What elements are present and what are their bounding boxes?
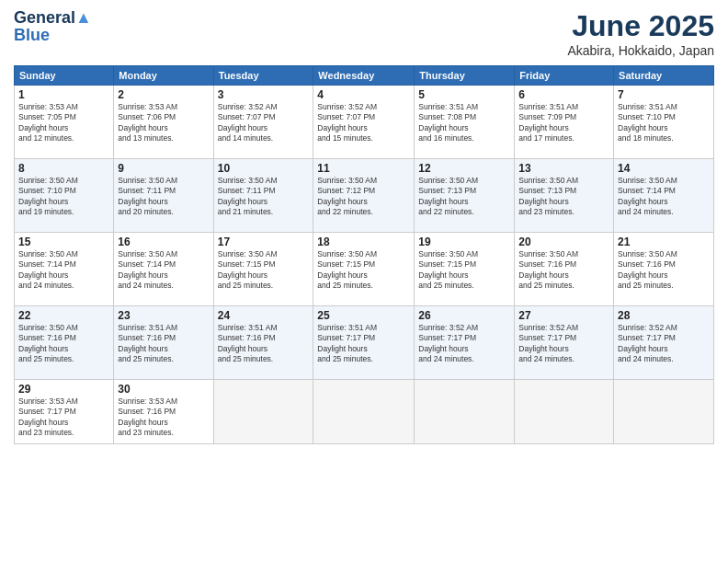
day-number: 10: [218, 162, 310, 175]
logo-blue: Blue: [14, 26, 92, 45]
day-number: 30: [118, 383, 209, 396]
day-cell-8: 8 Sunrise: 3:50 AM Sunset: 7:10 PM Dayli…: [15, 159, 114, 233]
day-info: Sunrise: 3:53 AM Sunset: 7:16 PM Dayligh…: [118, 396, 209, 439]
col-wednesday: Wednesday: [313, 66, 415, 86]
day-info: Sunrise: 3:50 AM Sunset: 7:15 PM Dayligh…: [218, 249, 310, 292]
day-cell-16: 16 Sunrise: 3:50 AM Sunset: 7:14 PM Dayl…: [114, 233, 213, 306]
day-number: 12: [418, 162, 510, 175]
day-info: Sunrise: 3:53 AM Sunset: 7:06 PM Dayligh…: [118, 102, 209, 144]
day-cell-3: 3 Sunrise: 3:52 AM Sunset: 7:07 PM Dayli…: [213, 86, 313, 159]
empty-day-cell: [415, 380, 515, 444]
day-cell-5: 5 Sunrise: 3:51 AM Sunset: 7:08 PM Dayli…: [415, 86, 515, 159]
day-cell-21: 21 Sunrise: 3:50 AM Sunset: 7:16 PM Dayl…: [614, 233, 714, 306]
col-sunday: Sunday: [15, 66, 114, 86]
page: General▲ Blue June 2025 Akabira, Hokkaid…: [0, 0, 728, 563]
day-number: 24: [218, 309, 310, 322]
day-info: Sunrise: 3:52 AM Sunset: 7:17 PM Dayligh…: [518, 323, 609, 365]
title-block: June 2025 Akabira, Hokkaido, Japan: [567, 9, 714, 58]
day-number: 22: [18, 309, 109, 322]
day-number: 13: [518, 162, 609, 175]
day-info: Sunrise: 3:50 AM Sunset: 7:12 PM Dayligh…: [317, 176, 410, 218]
day-number: 21: [618, 236, 710, 248]
calendar-week-row: 8 Sunrise: 3:50 AM Sunset: 7:10 PM Dayli…: [15, 159, 714, 233]
day-info: Sunrise: 3:52 AM Sunset: 7:07 PM Dayligh…: [317, 102, 410, 144]
day-cell-26: 26 Sunrise: 3:52 AM Sunset: 7:17 PM Dayl…: [415, 306, 515, 380]
day-number: 4: [317, 88, 410, 101]
day-cell-28: 28 Sunrise: 3:52 AM Sunset: 7:17 PM Dayl…: [614, 306, 714, 380]
day-info: Sunrise: 3:50 AM Sunset: 7:14 PM Dayligh…: [18, 249, 109, 292]
col-tuesday: Tuesday: [213, 66, 313, 86]
day-cell-4: 4 Sunrise: 3:52 AM Sunset: 7:07 PM Dayli…: [313, 86, 415, 159]
calendar-week-row: 1 Sunrise: 3:53 AM Sunset: 7:05 PM Dayli…: [15, 86, 714, 159]
day-info: Sunrise: 3:50 AM Sunset: 7:16 PM Dayligh…: [618, 249, 710, 292]
day-info: Sunrise: 3:50 AM Sunset: 7:11 PM Dayligh…: [218, 176, 310, 218]
day-cell-12: 12 Sunrise: 3:50 AM Sunset: 7:13 PM Dayl…: [415, 159, 515, 233]
day-number: 9: [118, 162, 209, 175]
day-cell-29: 29 Sunrise: 3:53 AM Sunset: 7:17 PM Dayl…: [15, 380, 114, 444]
day-cell-15: 15 Sunrise: 3:50 AM Sunset: 7:14 PM Dayl…: [15, 233, 114, 306]
location: Akabira, Hokkaido, Japan: [567, 43, 714, 58]
day-cell-1: 1 Sunrise: 3:53 AM Sunset: 7:05 PM Dayli…: [15, 86, 114, 159]
day-cell-23: 23 Sunrise: 3:51 AM Sunset: 7:16 PM Dayl…: [114, 306, 213, 380]
day-cell-2: 2 Sunrise: 3:53 AM Sunset: 7:06 PM Dayli…: [114, 86, 213, 159]
day-info: Sunrise: 3:50 AM Sunset: 7:13 PM Dayligh…: [418, 176, 510, 218]
day-info: Sunrise: 3:50 AM Sunset: 7:14 PM Dayligh…: [118, 249, 209, 292]
calendar-week-row: 29 Sunrise: 3:53 AM Sunset: 7:17 PM Dayl…: [15, 380, 714, 444]
day-info: Sunrise: 3:50 AM Sunset: 7:11 PM Dayligh…: [118, 176, 209, 218]
day-info: Sunrise: 3:53 AM Sunset: 7:05 PM Dayligh…: [18, 102, 109, 144]
day-info: Sunrise: 3:52 AM Sunset: 7:07 PM Dayligh…: [218, 102, 310, 144]
day-cell-22: 22 Sunrise: 3:50 AM Sunset: 7:16 PM Dayl…: [15, 306, 114, 380]
day-cell-13: 13 Sunrise: 3:50 AM Sunset: 7:13 PM Dayl…: [515, 159, 614, 233]
empty-day-cell: [213, 380, 313, 444]
day-number: 25: [317, 309, 410, 322]
day-number: 18: [317, 236, 410, 248]
day-cell-9: 9 Sunrise: 3:50 AM Sunset: 7:11 PM Dayli…: [114, 159, 213, 233]
logo: General▲ Blue: [14, 9, 92, 45]
col-friday: Friday: [515, 66, 614, 86]
day-cell-18: 18 Sunrise: 3:50 AM Sunset: 7:15 PM Dayl…: [313, 233, 415, 306]
day-number: 17: [218, 236, 310, 248]
empty-day-cell: [614, 380, 714, 444]
day-info: Sunrise: 3:51 AM Sunset: 7:10 PM Dayligh…: [618, 102, 710, 144]
col-saturday: Saturday: [614, 66, 714, 86]
day-number: 23: [118, 309, 209, 322]
day-info: Sunrise: 3:52 AM Sunset: 7:17 PM Dayligh…: [618, 323, 710, 365]
day-cell-25: 25 Sunrise: 3:51 AM Sunset: 7:17 PM Dayl…: [313, 306, 415, 380]
day-cell-11: 11 Sunrise: 3:50 AM Sunset: 7:12 PM Dayl…: [313, 159, 415, 233]
day-info: Sunrise: 3:50 AM Sunset: 7:15 PM Dayligh…: [317, 249, 410, 292]
day-number: 2: [118, 88, 209, 101]
day-info: Sunrise: 3:50 AM Sunset: 7:15 PM Dayligh…: [418, 249, 510, 292]
day-number: 29: [18, 383, 109, 396]
day-info: Sunrise: 3:52 AM Sunset: 7:17 PM Dayligh…: [418, 323, 510, 365]
day-number: 27: [518, 309, 609, 322]
day-number: 26: [418, 309, 510, 322]
logo-text: General▲: [14, 9, 92, 28]
day-number: 1: [18, 88, 109, 101]
day-info: Sunrise: 3:51 AM Sunset: 7:09 PM Dayligh…: [518, 102, 609, 144]
empty-day-cell: [515, 380, 614, 444]
day-info: Sunrise: 3:50 AM Sunset: 7:10 PM Dayligh…: [18, 176, 109, 218]
day-number: 7: [618, 88, 710, 101]
header: General▲ Blue June 2025 Akabira, Hokkaid…: [14, 9, 714, 58]
day-number: 20: [518, 236, 609, 248]
day-cell-24: 24 Sunrise: 3:51 AM Sunset: 7:16 PM Dayl…: [213, 306, 313, 380]
day-info: Sunrise: 3:50 AM Sunset: 7:16 PM Dayligh…: [18, 323, 109, 365]
month-title: June 2025: [567, 9, 714, 43]
day-number: 5: [418, 88, 510, 101]
day-info: Sunrise: 3:50 AM Sunset: 7:14 PM Dayligh…: [618, 176, 710, 218]
day-info: Sunrise: 3:51 AM Sunset: 7:16 PM Dayligh…: [118, 323, 209, 365]
day-info: Sunrise: 3:50 AM Sunset: 7:16 PM Dayligh…: [518, 249, 609, 292]
day-cell-6: 6 Sunrise: 3:51 AM Sunset: 7:09 PM Dayli…: [515, 86, 614, 159]
day-info: Sunrise: 3:51 AM Sunset: 7:17 PM Dayligh…: [317, 323, 410, 365]
day-info: Sunrise: 3:50 AM Sunset: 7:13 PM Dayligh…: [518, 176, 609, 218]
calendar-header-row: Sunday Monday Tuesday Wednesday Thursday…: [15, 66, 714, 86]
day-number: 6: [518, 88, 609, 101]
day-cell-20: 20 Sunrise: 3:50 AM Sunset: 7:16 PM Dayl…: [515, 233, 614, 306]
calendar-week-row: 15 Sunrise: 3:50 AM Sunset: 7:14 PM Dayl…: [15, 233, 714, 306]
day-cell-17: 17 Sunrise: 3:50 AM Sunset: 7:15 PM Dayl…: [213, 233, 313, 306]
day-cell-27: 27 Sunrise: 3:52 AM Sunset: 7:17 PM Dayl…: [515, 306, 614, 380]
day-number: 3: [218, 88, 310, 101]
col-thursday: Thursday: [415, 66, 515, 86]
day-cell-7: 7 Sunrise: 3:51 AM Sunset: 7:10 PM Dayli…: [614, 86, 714, 159]
day-number: 8: [18, 162, 109, 175]
